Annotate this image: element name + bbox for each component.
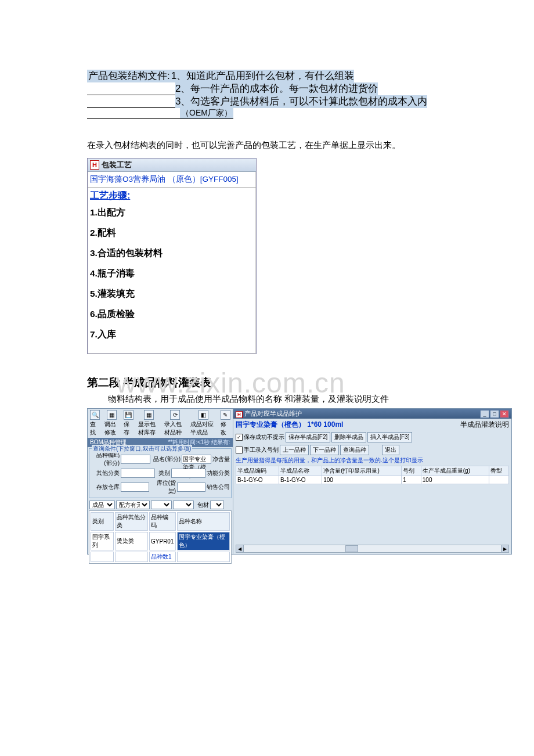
col-sp-code[interactable]: 半成品编码: [236, 466, 279, 476]
maximize-button[interactable]: □: [490, 410, 499, 418]
input-other[interactable]: [121, 469, 155, 478]
col-code[interactable]: 品种编码: [149, 512, 176, 531]
scroll-left-icon[interactable]: ◀: [236, 545, 244, 552]
label-pack: 包材: [195, 501, 209, 509]
col-sp-name[interactable]: 半成品名称: [279, 466, 322, 476]
toolbar-modify[interactable]: ✎修改: [221, 410, 230, 437]
input-category[interactable]: [171, 469, 205, 478]
checkbox-icon: ✓: [236, 434, 243, 441]
panel-icon: ◧: [199, 410, 208, 420]
col-net[interactable]: 净含量(打印显示用量): [322, 466, 402, 476]
label-net: 净含量: [212, 455, 230, 463]
toolbar-input[interactable]: ⟳录入包材品种: [164, 410, 186, 437]
col-other[interactable]: 品种其他分类: [115, 512, 148, 531]
label-name: 品名(部分): [151, 455, 181, 463]
table-row[interactable]: B-1-GY-O B-1-GY-O 100 1 100: [236, 476, 509, 484]
input-code[interactable]: [121, 455, 150, 464]
scroll-right-icon[interactable]: ▶: [501, 545, 508, 552]
input-name[interactable]: 国宇专业染膏（橙色）: [182, 455, 211, 464]
right-note: 生产用量指得是每瓶的用量，和产品上的净含量是一致的.这个是打印显示: [233, 456, 511, 465]
table-summary-row: 品种数1: [91, 552, 230, 562]
col-name[interactable]: 品种名称: [177, 512, 230, 531]
card-icon: H: [90, 160, 99, 170]
right-titlebar: H 产品对应半成品维护 _ □ ✕: [233, 409, 511, 419]
header-line1-text: 知道此产品用到什么包材，有什么组装: [186, 70, 354, 81]
steps-list: 1.出配方 2.配料 3.合适的包装材料 4.瓶子消毒 5.灌装填充 6.品质检…: [88, 207, 256, 354]
header-line2-num: 2、: [175, 83, 190, 94]
btn-next[interactable]: 下一品种: [310, 445, 339, 455]
card-title-text: 包装工艺: [102, 160, 132, 170]
label-category: 类别: [156, 469, 170, 477]
variety-table: 类别 品种其他分类 品种编码 品种名称 国宇系列 烫染类 GYPR01 国宇专业…: [89, 510, 232, 564]
grid-icon: ▦: [107, 410, 117, 420]
select-recipe[interactable]: 配方有无: [116, 501, 150, 509]
step-item: 3.合适的包装材料: [90, 247, 254, 260]
paragraph-intro: 在录入包材结构表的同时，也可以完善产品的包装工艺，在生产单据上显示出来。: [87, 140, 464, 151]
checkbox-icon: [236, 447, 243, 453]
refresh-icon: ⟳: [170, 410, 180, 420]
step-item: 5.灌装填充: [90, 288, 254, 300]
header-title-prefix: 产品包装结构文件:: [87, 70, 171, 82]
select-blank1[interactable]: [151, 501, 172, 509]
header-line2-text: 每一件产品的成本价。每一款包材的进货价: [190, 83, 378, 94]
right-window-title: 产品对应半成品维护: [244, 410, 302, 417]
btn-insert[interactable]: 插入半成品[F3]: [367, 432, 412, 442]
toolbar-map[interactable]: ◧成品对应半成品: [190, 410, 216, 437]
toolbar-find[interactable]: 🔍查找: [90, 410, 100, 437]
save-icon: 💾: [124, 410, 134, 420]
variety-count: 品种数1: [149, 552, 176, 562]
table-header-row: 类别 品种其他分类 品种编码 品种名称: [91, 512, 230, 531]
app-window: 🔍查找 ▦调出修改 💾保存 ▦显示包材库存 ⟳录入包材品种 ◧成品对应半成品 ✎…: [87, 408, 512, 555]
toolbar-stock[interactable]: ▦显示包材库存: [138, 410, 160, 437]
chk-save-tip[interactable]: ✓保存成功不提示: [236, 433, 284, 441]
btn-save[interactable]: 保存半成品[F2]: [286, 432, 330, 442]
close-button[interactable]: ✕: [500, 410, 509, 418]
right-pane: H 产品对应半成品维护 _ □ ✕ 国宇专业染膏（橙色） 1*60 100ml …: [233, 409, 511, 554]
header-line1-num: 1、: [171, 70, 186, 81]
toolbar-edit[interactable]: ▦调出修改: [104, 410, 119, 437]
window-icon: H: [236, 411, 243, 418]
label-store: 存放仓库: [91, 483, 120, 491]
right-subtitle: 国宇专业染膏（橙色） 1*60 100ml: [236, 420, 343, 430]
btn-query[interactable]: 查询品种: [340, 445, 369, 455]
label-other: 其他分类: [91, 469, 120, 477]
input-store[interactable]: [121, 483, 149, 492]
col-fragrance[interactable]: 香型: [489, 466, 509, 476]
header-block: 产品包装结构文件:1、知道此产品用到什么包材，有什么组装 2、每一件产品的成本价…: [87, 70, 464, 119]
left-toolbar: 🔍查找 ▦调出修改 💾保存 ▦显示包材库存 ⟳录入包材品种 ◧成品对应半成品 ✎…: [88, 409, 233, 438]
minimize-button[interactable]: _: [480, 410, 489, 418]
semi-product-table: 半成品编码 半成品名称 净含量(打印显示用量) 号剂 生产半成品重量(g) 香型…: [236, 466, 509, 484]
card-subtitle: 国宇海藻O3营养局油 （原色）[GYFF005]: [88, 172, 256, 188]
header-line3-text: 勾选客户提供材料后，可以不计算此款包材的成本入内: [190, 96, 427, 107]
scroll-thumb[interactable]: [345, 545, 358, 552]
header-oem: （OEM厂家）: [180, 108, 233, 119]
table-row[interactable]: 国宇系列 烫染类 GYPR01 国宇专业染膏（橙色）: [91, 532, 230, 550]
horizontal-scrollbar[interactable]: ◀ ▶: [236, 545, 509, 553]
grid-icon: ▦: [144, 410, 154, 420]
side-label[interactable]: 半成品灌装说明: [460, 420, 509, 430]
chk-manual[interactable]: 手工录入号剂: [236, 446, 279, 454]
btn-exit[interactable]: 退出: [382, 445, 399, 455]
col-weight[interactable]: 生产半成品重量(g): [421, 466, 489, 476]
section2-desc: 物料结构表，用于成品使用半成品物料的名称 和灌装量，及灌装说明文件: [108, 394, 464, 405]
input-loc[interactable]: [177, 483, 205, 492]
btn-delete[interactable]: 删除半成品: [331, 432, 366, 442]
search-icon: 🔍: [90, 410, 100, 420]
col-agent[interactable]: 号剂: [402, 466, 421, 476]
left-pane: 🔍查找 ▦调出修改 💾保存 ▦显示包材库存 ⟳录入包材品种 ◧成品对应半成品 ✎…: [88, 409, 233, 554]
packaging-process-card: H 包装工艺 国宇海藻O3营养局油 （原色）[GYFF005] 工艺步骤: 1.…: [87, 158, 257, 354]
label-func: 功能分类: [207, 469, 230, 477]
query-legend: 查询条件(下拉窗口,双击可以选算多项): [92, 445, 192, 453]
col-category[interactable]: 类别: [91, 512, 114, 531]
table-header-row: 半成品编码 半成品名称 净含量(打印显示用量) 号剂 生产半成品重量(g) 香型: [236, 466, 509, 476]
btn-prev[interactable]: 上一品种: [280, 445, 309, 455]
select-finished[interactable]: 成品: [89, 501, 115, 509]
toolbar-save[interactable]: 💾保存: [124, 410, 134, 437]
step-item: 2.配料: [90, 227, 254, 239]
step-item: 1.出配方: [90, 207, 254, 219]
step-item: 4.瓶子消毒: [90, 268, 254, 280]
section2: 第二段 半成品物料灌装表 物料结构表，用于成品使用半成品物料的名称 和灌装量，及…: [87, 375, 464, 555]
select-pack[interactable]: [210, 501, 224, 509]
edit-icon: ✎: [221, 410, 230, 420]
select-blank2[interactable]: [173, 501, 194, 509]
